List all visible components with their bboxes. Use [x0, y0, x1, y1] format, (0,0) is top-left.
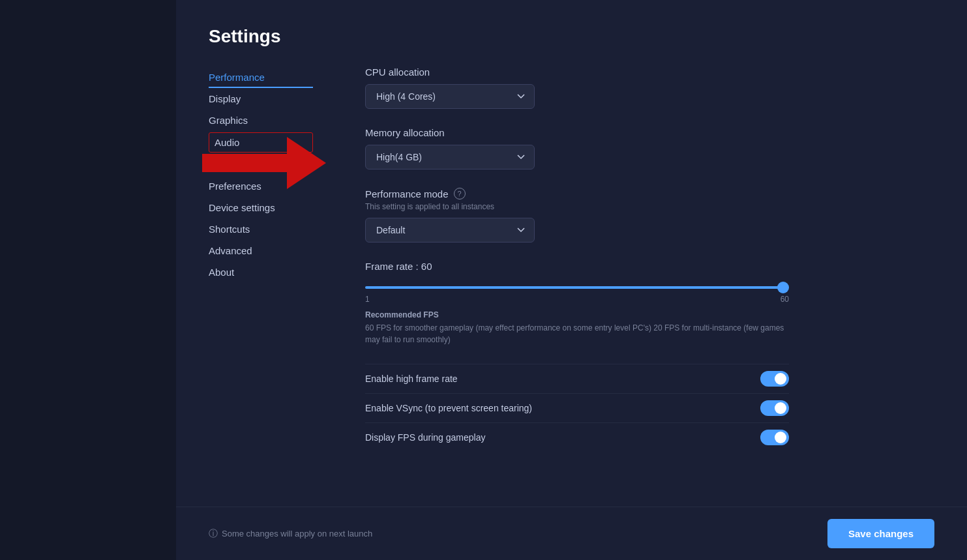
sidebar-item-display[interactable]: Display [209, 88, 313, 110]
save-changes-button[interactable]: Save changes [827, 519, 934, 548]
settings-panel: CPU allocation High (4 Cores) Medium (2 … [365, 66, 822, 452]
toggle-slider-vsync [760, 400, 789, 416]
frame-rate-slider-container [365, 280, 789, 291]
toggle-row-display-fps: Display FPS during gameplay [365, 422, 789, 452]
toggle-slider-high-frame-rate [760, 371, 789, 387]
footer-note-text: Some changes will apply on next launch [222, 529, 372, 538]
memory-allocation-select[interactable]: High(4 GB) Medium(2 GB) Low(1 GB) [365, 145, 535, 169]
sidebar-item-gamepad[interactable]: Gamepad [209, 154, 313, 175]
settings-nav: Performance Display Graphics Audio Gamep… [209, 66, 313, 452]
fps-note: Recommended FPS 60 FPS for smoother game… [365, 309, 789, 346]
footer-bar: ⓘ Some changes will apply on next launch… [176, 507, 967, 560]
toggle-switch-vsync[interactable] [760, 400, 789, 416]
performance-mode-group: Performance mode ? This setting is appli… [365, 188, 822, 243]
toggle-slider-display-fps [760, 430, 789, 445]
performance-mode-sublabel: This setting is applied to all instances [365, 202, 822, 211]
info-icon: ⓘ [209, 528, 218, 540]
fps-note-title: Recommended FPS [365, 309, 789, 321]
slider-max-label: 60 [781, 295, 789, 304]
toggle-row-vsync: Enable VSync (to prevent screen tearing) [365, 393, 789, 422]
slider-min-label: 1 [365, 295, 370, 304]
toggle-row-high-frame-rate: Enable high frame rate [365, 364, 789, 393]
frame-rate-slider[interactable] [365, 286, 789, 289]
performance-mode-label: Performance mode ? [365, 188, 822, 199]
toggle-label-vsync: Enable VSync (to prevent screen tearing) [365, 403, 532, 413]
sidebar-item-device-settings[interactable]: Device settings [209, 197, 313, 218]
toggle-switch-display-fps[interactable] [760, 430, 789, 445]
fps-note-text: 60 FPS for smoother gameplay (may effect… [365, 322, 789, 346]
main-content: Settings Performance Display Graphics Au… [176, 0, 967, 560]
memory-allocation-group: Memory allocation High(4 GB) Medium(2 GB… [365, 127, 822, 169]
sidebar [0, 0, 176, 560]
toggle-rows: Enable high frame rate Enable VSync (to … [365, 364, 822, 452]
frame-rate-group: Frame rate : 60 1 60 Recommended FPS 60 … [365, 261, 822, 346]
sidebar-item-performance[interactable]: Performance [209, 66, 313, 88]
memory-allocation-label: Memory allocation [365, 127, 822, 138]
cpu-allocation-select[interactable]: High (4 Cores) Medium (2 Cores) Low (1 C… [365, 84, 535, 109]
toggle-switch-high-frame-rate[interactable] [760, 371, 789, 387]
footer-note: ⓘ Some changes will apply on next launch [209, 528, 372, 540]
frame-rate-label: Frame rate : 60 [365, 261, 822, 272]
slider-range-labels: 1 60 [365, 295, 789, 304]
sidebar-item-graphics[interactable]: Graphics [209, 110, 313, 131]
settings-layout: Performance Display Graphics Audio Gamep… [209, 66, 934, 452]
sidebar-item-audio[interactable]: Audio [209, 132, 313, 153]
toggle-label-high-frame-rate: Enable high frame rate [365, 374, 458, 384]
sidebar-item-about[interactable]: About [209, 261, 313, 283]
sidebar-item-advanced[interactable]: Advanced [209, 240, 313, 261]
sidebar-item-shortcuts[interactable]: Shortcuts [209, 218, 313, 240]
performance-mode-help-icon[interactable]: ? [454, 188, 466, 199]
performance-mode-select[interactable]: Default High Performance Power Saver [365, 218, 535, 243]
page-title: Settings [209, 26, 934, 47]
cpu-allocation-label: CPU allocation [365, 66, 822, 78]
sidebar-item-preferences[interactable]: Preferences [209, 175, 313, 197]
toggle-label-display-fps: Display FPS during gameplay [365, 432, 485, 443]
cpu-allocation-group: CPU allocation High (4 Cores) Medium (2 … [365, 66, 822, 109]
